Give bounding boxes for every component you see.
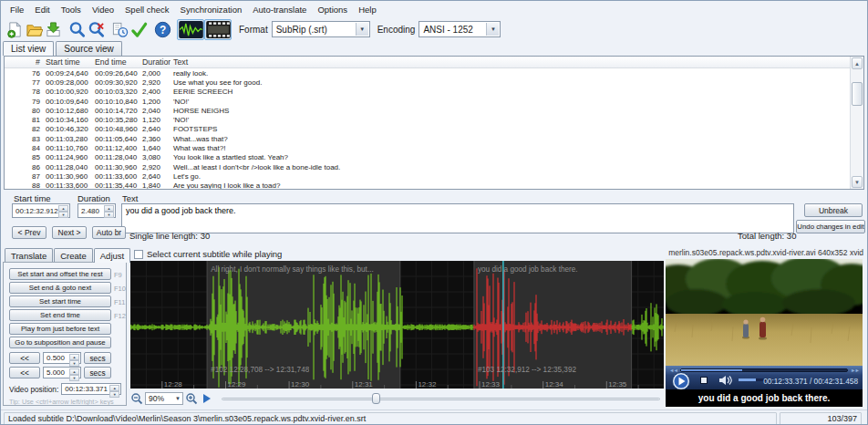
table-cell: 86 bbox=[5, 163, 43, 171]
column-header-duration[interactable]: Duration bbox=[140, 57, 170, 67]
spinner-arrows-icon[interactable]: ▲▼ bbox=[58, 205, 68, 216]
table-cell: 84 bbox=[5, 144, 43, 152]
table-row[interactable]: 7700:09:28,00000:09:30,9202,920Use what … bbox=[5, 78, 850, 87]
scroll-down-icon[interactable]: ▼ bbox=[852, 176, 863, 188]
visual-sync-icon[interactable] bbox=[110, 19, 129, 40]
table-cell: What...was that? bbox=[170, 135, 850, 143]
new-file-icon[interactable] bbox=[5, 19, 25, 40]
spinner-arrows-icon[interactable]: ▲▼ bbox=[104, 205, 114, 216]
video-progress-bar[interactable] bbox=[680, 368, 848, 372]
table-row[interactable]: 8100:10:34,16000:10:35,2801,120'NO!' bbox=[5, 115, 850, 124]
menu-item-video[interactable]: Video bbox=[87, 3, 119, 16]
seek-forward-icon[interactable]: ►► bbox=[851, 368, 859, 373]
table-scrollbar[interactable]: ▲ ▼ bbox=[850, 57, 863, 189]
tab-create[interactable]: Create bbox=[54, 248, 93, 263]
video-frame[interactable] bbox=[666, 259, 863, 366]
waveform-scrollbar[interactable] bbox=[222, 392, 664, 405]
waveform-display[interactable]: 12:2812:2912:3012:3112:3212:3312:3412:35… bbox=[130, 261, 664, 389]
spell-check-icon[interactable] bbox=[129, 19, 149, 40]
menu-item-help[interactable]: Help bbox=[353, 3, 382, 16]
video-scene bbox=[666, 259, 863, 366]
tab-source-view[interactable]: Source view bbox=[56, 41, 121, 56]
open-file-icon[interactable] bbox=[25, 19, 44, 40]
find-icon[interactable] bbox=[67, 19, 87, 40]
table-row[interactable]: 8200:10:46,32000:10:48,9602,640FOOTSTEPS bbox=[5, 125, 850, 134]
menu-item-auto-translate[interactable]: Auto-translate bbox=[247, 3, 312, 16]
toolbar: ? Format SubRip (.srt) ▼ Encoding ANSI -… bbox=[1, 17, 867, 41]
table-cell: 'NO!' bbox=[170, 98, 850, 106]
column-header-start-time[interactable]: Start time bbox=[43, 57, 92, 67]
save-file-icon[interactable] bbox=[44, 19, 63, 40]
set-end-goto-next-button[interactable]: Set end & goto next bbox=[9, 282, 111, 294]
subtitle-text-input[interactable] bbox=[121, 203, 794, 233]
menu-item-edit[interactable]: Edit bbox=[29, 3, 55, 16]
select-current-subtitle-checkbox[interactable] bbox=[134, 250, 143, 259]
table-cell: 00:11:28,040 bbox=[92, 153, 140, 161]
undo-edit-button[interactable]: Undo changes in edit bbox=[796, 220, 865, 233]
secs-button[interactable]: secs bbox=[84, 352, 111, 364]
auto-br-button[interactable]: Auto br bbox=[92, 226, 126, 239]
table-row[interactable]: 8400:11:10,76000:11:12,4001,640What was … bbox=[5, 143, 850, 152]
seek-back-button[interactable]: << bbox=[9, 367, 40, 378]
table-cell: 79 bbox=[5, 98, 43, 106]
tab-translate[interactable]: Translate bbox=[5, 248, 53, 263]
format-combobox[interactable]: SubRip (.srt) ▼ bbox=[272, 21, 370, 37]
view-tabs: List view Source view bbox=[3, 41, 124, 56]
column-header-text[interactable]: Text bbox=[170, 57, 850, 67]
seek-back-button[interactable]: << bbox=[9, 352, 40, 364]
tab-list-view[interactable]: List view bbox=[3, 41, 54, 56]
stop-button[interactable] bbox=[700, 377, 708, 384]
secs-button[interactable]: secs bbox=[84, 367, 111, 378]
table-cell: 1,640 bbox=[140, 144, 170, 152]
prev-button[interactable]: < Prev bbox=[12, 226, 46, 239]
play-waveform-icon[interactable] bbox=[202, 392, 212, 405]
table-cell: 88 bbox=[5, 181, 43, 189]
column-header-#[interactable]: # bbox=[5, 57, 43, 67]
toggle-video-icon[interactable] bbox=[204, 19, 232, 40]
next-button[interactable]: Next > bbox=[52, 226, 87, 239]
waveform-zoom-combobox[interactable]: 90% ▼ bbox=[145, 392, 183, 405]
column-header-end-time[interactable]: End time bbox=[92, 57, 140, 67]
start-time-input[interactable]: 00:12:32.912 ▲▼ bbox=[12, 203, 70, 218]
set-start-time-button[interactable]: Set start time bbox=[9, 295, 111, 307]
toggle-waveform-icon[interactable] bbox=[177, 19, 204, 40]
svg-text:12:30: 12:30 bbox=[291, 380, 310, 389]
tab-adjust[interactable]: Adjust bbox=[94, 248, 130, 263]
unbreak-button[interactable]: Unbreak bbox=[804, 203, 863, 217]
table-row[interactable]: 8300:11:03,28000:11:05,6402,360What...wa… bbox=[5, 134, 850, 143]
menu-item-file[interactable]: File bbox=[5, 3, 29, 16]
encoding-combobox[interactable]: ANSI - 1252 ▼ bbox=[418, 21, 501, 37]
scroll-thumb[interactable] bbox=[852, 82, 863, 106]
seek-amount-input[interactable]: 5.000▲▼ bbox=[43, 367, 81, 378]
set-end-time-button[interactable]: Set end time bbox=[9, 309, 111, 321]
scrollbar-thumb[interactable] bbox=[372, 393, 380, 404]
table-row[interactable]: 8500:11:24,96000:11:28,0403,080You look … bbox=[5, 153, 850, 162]
subtitle-counter: 103/397 bbox=[780, 412, 862, 425]
menu-item-options[interactable]: Options bbox=[312, 3, 353, 16]
seek-amount-input[interactable]: 0.500▲▼ bbox=[43, 352, 81, 364]
video-position-input[interactable]: 00:12:33.371▲▼ bbox=[61, 383, 121, 395]
menu-item-spell-check[interactable]: Spell check bbox=[119, 3, 175, 16]
table-row[interactable]: 8800:11:33,60000:11:35,4401,840Are you s… bbox=[5, 181, 850, 189]
set-start-and-offset-the-rest-button[interactable]: Set start and offset the rest bbox=[9, 268, 111, 280]
table-row[interactable]: 7600:09:24,64000:09:26,6402,000really lo… bbox=[5, 68, 850, 78]
table-row[interactable]: 7900:10:09,64000:10:10,8401,200'NO!' bbox=[5, 97, 850, 106]
play-from-just-before-text-button[interactable]: Play from just before text bbox=[9, 323, 111, 335]
replace-icon[interactable] bbox=[87, 19, 106, 40]
video-position-row: Video position:00:12:33.371▲▼ bbox=[9, 383, 121, 395]
play-button[interactable] bbox=[671, 371, 691, 391]
table-row[interactable]: 8700:11:30,96000:11:33,6002,640Let's go. bbox=[5, 171, 850, 181]
table-row[interactable]: 8600:11:28,04000:11:30,9602,920Well...at… bbox=[5, 162, 850, 171]
zoom-out-icon[interactable] bbox=[130, 392, 143, 405]
table-row[interactable]: 8000:10:12,68000:10:14,7202,040HORSE NEI… bbox=[5, 106, 850, 115]
zoom-in-icon[interactable] bbox=[185, 392, 198, 405]
duration-input[interactable]: 2.480 ▲▼ bbox=[78, 203, 116, 218]
menu-item-tools[interactable]: Tools bbox=[56, 3, 87, 16]
table-row[interactable]: 7800:10:00,92000:10:03,3202,400EERIE SCR… bbox=[5, 88, 850, 97]
menu-item-synchronization[interactable]: Synchronization bbox=[175, 3, 248, 16]
volume-icon[interactable] bbox=[718, 375, 733, 386]
help-icon[interactable]: ? bbox=[153, 19, 172, 40]
scroll-up-icon[interactable]: ▲ bbox=[852, 57, 863, 69]
table-cell: 00:10:03,320 bbox=[92, 88, 140, 96]
go-to-subposition-and-pause-button[interactable]: Go to subposition and pause bbox=[9, 337, 111, 348]
